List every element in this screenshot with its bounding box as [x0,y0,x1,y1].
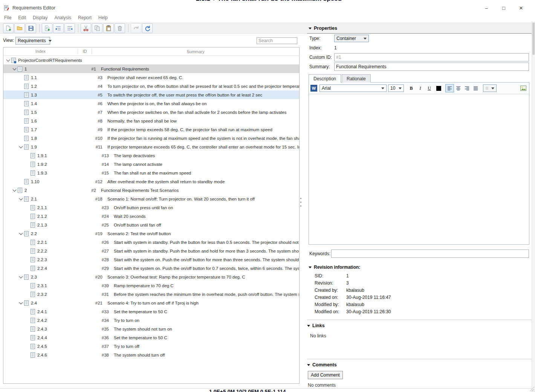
menu-analysis[interactable]: Analysis [51,15,75,20]
tree-row-2[interactable]: 2#2Functional Requirements Test Scenario… [3,186,299,194]
delete-button[interactable] [115,23,125,33]
tree-row-1.1[interactable]: 1.1#3Projector shall never exceed 65 deg… [3,73,299,82]
tree-header-id[interactable]: ID [78,49,92,54]
insert-image-button[interactable] [519,84,527,92]
tree-row-1.9.1[interactable]: 1.9.1#13The lamp deactivates [3,151,299,160]
tree-row-1.3[interactable]: 1.3#5To switch the projector off, the us… [3,90,299,99]
expand-chevron-icon[interactable] [12,188,17,193]
add-requirement-button[interactable] [42,23,52,33]
summary-input[interactable] [334,63,529,71]
search-input[interactable] [257,37,297,44]
tab-description[interactable]: Description [309,74,341,83]
tree-row-2.2.1[interactable]: 2.2.1#26Start with system in standby. Pu… [3,238,299,247]
tree-row-1.9.3[interactable]: 1.9.3#15The fan shall run at the maximum… [3,168,299,177]
undo-button[interactable] [131,23,141,33]
align-justify-button[interactable] [471,84,480,92]
tree-row-2.3.2[interactable]: 2.3.2#31Before the system reaches the mi… [3,290,299,299]
tree-row-2.3[interactable]: 2.3#20Scenario 3: Overheat test: Ramp th… [3,273,299,281]
tree-row-2.3.1[interactable]: 2.3.1#39Ramp temperature to 70 deg C [3,281,299,290]
tree-row-1.10[interactable]: 1.10#12After overheat mode the system sh… [3,177,299,186]
tree-row-2.1.2[interactable]: 2.1.2#24Wait 20 seconds [3,212,299,220]
tree-summary-text: Functional Requirements Test Scenarios [100,188,299,193]
redo-button[interactable] [142,23,153,33]
tree-row-1.7[interactable]: 1.7#9If the projector temp exceeds 58 de… [3,125,299,134]
menu-file[interactable]: File [1,15,15,20]
align-left-button[interactable] [445,84,454,92]
scrollbar-thumb[interactable] [532,23,535,55]
tree-row-1.9.2[interactable]: 1.9.2#14The lamp cannot activate [3,160,299,168]
links-section-header[interactable]: Links [307,323,532,328]
tree-row-1.4[interactable]: 1.4#6When the projector is on, the fan s… [3,99,299,108]
close-button[interactable]: ✕ [512,5,530,11]
expand-chevron-icon[interactable] [18,231,24,236]
revision-section-header[interactable]: Revision information: [307,265,532,270]
tree-row-2.2[interactable]: 2.2#19Scenario 2: Test the on/off button [3,229,299,238]
type-select[interactable]: Container [334,35,369,42]
tree-row-2.4.1[interactable]: 2.4.1#33Set the temperature to 50 C [3,307,299,316]
vertical-scrollbar[interactable] [532,21,535,392]
expand-chevron-icon[interactable] [6,58,11,63]
word-import-icon[interactable]: W [310,85,317,92]
expand-chevron-icon[interactable] [18,300,24,306]
expand-chevron-icon[interactable] [12,66,17,72]
tree-row-2.2.2[interactable]: 2.2.2#27Start with system in standby. Pu… [3,247,299,255]
promote-requirement-button[interactable] [64,23,75,33]
comments-section-header[interactable]: Comments [307,362,532,368]
align-center-button[interactable] [454,84,463,92]
font-family-select[interactable]: Arial [319,84,387,92]
panel-splitter[interactable] [300,198,301,209]
paste-button[interactable] [103,23,114,33]
demote-requirement-button[interactable] [53,23,64,33]
tree-row-1.5[interactable]: 1.5#7When the projector switches on, the… [3,108,299,116]
tree-row-2.1[interactable]: 2.1#18Scenario 1: Normal on/off: Turn pr… [3,194,299,203]
tab-rationale[interactable]: Rationale [342,74,371,83]
tree-row-2.1.1[interactable]: 2.1.1#23On/off button press until fan on [3,203,299,212]
tree-header-summary[interactable]: Summary [92,49,299,54]
description-editor[interactable] [309,94,529,244]
font-color-button[interactable] [435,84,442,92]
expand-chevron-icon[interactable] [18,274,24,280]
bold-button[interactable]: B [407,84,416,92]
tree-row-1.2[interactable]: 1.2#4To turn projector on, the off/on bu… [3,82,299,90]
keywords-input[interactable] [331,250,529,258]
list-style-select[interactable] [483,84,497,92]
new-requirement-set-button[interactable] [3,23,14,33]
properties-section-header[interactable]: Properties [307,23,532,34]
tree-row-1.6[interactable]: 1.6#8Normally, the fan speed shall be lo… [3,116,299,125]
expand-chevron-icon[interactable] [18,144,24,150]
tree-row-1[interactable]: 1#1Functional Requirements [3,64,299,73]
tree-row-1.8[interactable]: 1.8#10If the projector fan is running at… [3,134,299,142]
view-select[interactable]: Requirements [15,37,50,44]
minimize-button[interactable]: – [478,5,495,11]
tree-row-2.4.4[interactable]: 2.4.4#36Set the temperature to 50 C [3,333,299,342]
tree-row-root[interactable]: ProjectorControlRTRequirements [3,56,299,64]
save-button[interactable] [26,23,36,33]
align-right-button[interactable] [463,84,471,92]
copy-button[interactable] [92,23,102,33]
cut-button[interactable] [81,23,91,33]
tree-row-2.1.3[interactable]: 2.1.3#25On/off button until fan off [3,220,299,229]
tree-row-2.4.5[interactable]: 2.4.5#37Try to turn off [3,342,299,351]
tree-row-2.4[interactable]: 2.4#21Scenario 4: Try to turn on and off… [3,299,299,307]
tree-row-2.4.6[interactable]: 2.4.6#38The system should turn off [3,351,299,359]
expand-chevron-icon[interactable] [18,196,24,202]
custom-id-input[interactable] [334,53,529,61]
menu-report[interactable]: Report [75,15,95,20]
menu-edit[interactable]: Edit [15,15,29,20]
tree-row-2.4.3[interactable]: 2.4.3#35The system should not turn on [3,325,299,333]
add-comment-button[interactable]: Add Comment [308,371,343,379]
underline-button[interactable]: U [425,84,434,92]
italic-button[interactable]: I [416,84,425,92]
tree-row-2.4.2[interactable]: 2.4.2#34Try to turn on [3,316,299,325]
tree-row-2.2.3[interactable]: 2.2.3#28Start with the system on. Push t… [3,255,299,264]
tree-index-text: 2.4.3 [37,327,47,331]
maximize-button[interactable]: □ [495,5,512,11]
open-button[interactable] [14,23,25,33]
tree-row-2.2.4[interactable]: 2.2.4#29Start with the system on. Push t… [3,264,299,273]
menu-display[interactable]: Display [29,15,51,20]
menu-help[interactable]: Help [95,15,111,20]
font-size-select[interactable]: 10 [388,84,404,92]
tree-id-text: #25 [99,223,113,227]
tree-row-1.9[interactable]: 1.9#11If projector temperature exceeds 6… [3,142,299,151]
tree-header-index[interactable]: Index [3,49,78,54]
